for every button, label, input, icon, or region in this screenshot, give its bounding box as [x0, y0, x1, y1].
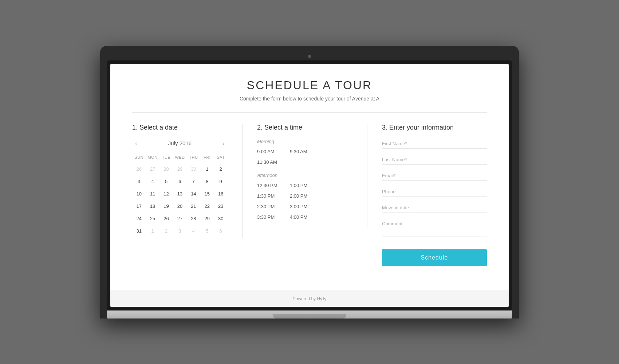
calendar-day[interactable]: 22	[202, 201, 213, 212]
calendar-day[interactable]: 17	[134, 201, 145, 212]
calendar-day: 4	[188, 226, 199, 237]
calendar-day: 28	[161, 164, 172, 175]
calendar-day[interactable]: 1	[202, 164, 213, 175]
calendar-grid: SUN MON TUE WED THU FRI SAT 262728293012…	[132, 154, 228, 237]
screen-bezel: SCHEDULE A TOUR Complete the form below …	[107, 60, 512, 310]
calendar-day[interactable]: 8	[202, 176, 213, 187]
time-slot[interactable]: 1:30 PM	[257, 192, 283, 200]
calendar-day[interactable]: 6	[174, 176, 185, 187]
move-in-date-input[interactable]	[382, 203, 487, 213]
first-name-field	[382, 139, 487, 149]
calendar-week-row: 24252627282930	[132, 213, 228, 224]
camera-bar	[107, 52, 512, 60]
time-slot-row: 9:00 AM9:30 AM	[257, 148, 352, 155]
calendar-week-row: 31123456	[132, 226, 228, 237]
calendar-day[interactable]: 9	[215, 176, 226, 187]
calendar-day[interactable]: 10	[134, 189, 145, 199]
calendar-day: 26	[134, 164, 145, 175]
calendar-day[interactable]: 14	[188, 189, 199, 199]
cal-header-mon: MON	[146, 154, 159, 161]
calendar-day[interactable]: 12	[161, 189, 172, 199]
calendar-day[interactable]: 5	[161, 176, 172, 187]
calendar-prev-button[interactable]: ‹	[132, 139, 140, 148]
calendar-day[interactable]: 7	[188, 176, 199, 187]
time-slot-row: 3:30 PM4:00 PM	[257, 213, 352, 221]
calendar-day[interactable]: 15	[202, 189, 213, 199]
app-content: SCHEDULE A TOUR Complete the form below …	[110, 64, 509, 290]
page-header: SCHEDULE A TOUR Complete the form below …	[132, 79, 487, 102]
calendar-day[interactable]: 2	[215, 164, 226, 175]
calendar-day[interactable]: 4	[147, 176, 158, 187]
calendar-day: 6	[215, 226, 226, 237]
phone-field	[382, 187, 487, 197]
calendar-day[interactable]: 21	[188, 201, 199, 212]
page-title: SCHEDULE A TOUR	[132, 79, 487, 92]
comment-input[interactable]	[382, 219, 487, 237]
time-slot[interactable]: 4:00 PM	[290, 213, 315, 221]
time-slot[interactable]: 11:30 AM	[257, 158, 283, 166]
phone-input[interactable]	[382, 187, 487, 197]
calendar-day[interactable]: 13	[174, 189, 185, 199]
time-slot-row: 1:30 PM2:00 PM	[257, 192, 352, 200]
calendar-day[interactable]: 11	[147, 189, 158, 199]
cal-header-fri: FRI	[200, 154, 214, 161]
calendar-day[interactable]: 3	[134, 176, 145, 187]
comment-field	[382, 219, 487, 238]
time-slot-row: 2:30 PM3:00 PM	[257, 203, 352, 210]
cal-header-sat: SAT	[214, 154, 228, 161]
calendar-day[interactable]: 19	[161, 201, 172, 212]
calendar-day[interactable]: 30	[215, 213, 226, 224]
time-slot-row: 11:30 AM	[257, 158, 352, 166]
calendar-day[interactable]: 20	[174, 201, 185, 212]
calendar-nav: ‹ July 2016 ›	[132, 139, 228, 148]
time-slot[interactable]: 9:30 AM	[290, 148, 315, 155]
app-footer: Powered by Hy.ly	[110, 290, 509, 307]
calendar-week-row: 262728293012	[132, 164, 228, 175]
first-name-input[interactable]	[382, 139, 487, 149]
calendar-day: 30	[188, 164, 199, 175]
time-slot[interactable]: 2:00 PM	[290, 192, 315, 200]
calendar-day[interactable]: 31	[134, 226, 145, 237]
calendar-day[interactable]: 25	[147, 213, 158, 224]
schedule-button[interactable]: Schedule	[382, 249, 487, 266]
laptop-shell: SCHEDULE A TOUR Complete the form below …	[100, 46, 519, 318]
time-slot[interactable]: 12:30 PM	[257, 182, 283, 189]
section-info: 3. Enter your information	[367, 124, 487, 266]
afternoon-section: Afternoon 12:30 PM1:00 PM1:30 PM2:00 PM2…	[257, 173, 352, 221]
calendar-day[interactable]: 27	[174, 213, 185, 224]
calendar-day: 29	[174, 164, 185, 175]
time-slot[interactable]: 3:30 PM	[257, 213, 283, 221]
calendar-day: 27	[147, 164, 158, 175]
cal-header-tue: TUE	[159, 154, 173, 161]
section-time-heading: 2. Select a time	[257, 124, 352, 131]
calendar-day: 5	[202, 226, 213, 237]
section-info-heading: 3. Enter your information	[382, 124, 487, 131]
calendar-day: 1	[147, 226, 158, 237]
calendar-day[interactable]: 24	[134, 213, 145, 224]
calendar-day[interactable]: 16	[215, 189, 226, 199]
morning-section: Morning 9:00 AM9:30 AM11:30 AM	[257, 139, 352, 166]
email-field	[382, 171, 487, 181]
time-slot[interactable]: 2:30 PM	[257, 203, 283, 210]
cal-header-thu: THU	[187, 154, 200, 161]
morning-label: Morning	[257, 139, 352, 144]
calendar-next-button[interactable]: ›	[220, 139, 228, 148]
calendar-day[interactable]: 26	[161, 213, 172, 224]
time-slot[interactable]: 9:00 AM	[257, 148, 283, 155]
calendar-header-row: SUN MON TUE WED THU FRI SAT	[132, 154, 228, 161]
calendar-month-year: July 2016	[168, 140, 192, 146]
page-subtitle: Complete the form below to schedule your…	[132, 96, 487, 102]
morning-slots: 9:00 AM9:30 AM11:30 AM	[257, 148, 352, 166]
move-in-date-field	[382, 203, 487, 213]
calendar-day[interactable]: 29	[202, 213, 213, 224]
calendar-day[interactable]: 23	[215, 201, 226, 212]
last-name-input[interactable]	[382, 155, 487, 165]
time-slot[interactable]: 3:00 PM	[290, 203, 315, 210]
email-input[interactable]	[382, 171, 487, 181]
sections-container: 1. Select a date ‹ July 2016 › SUN MON	[132, 124, 487, 266]
section-time: 2. Select a time Morning 9:00 AM9:30 AM1…	[243, 124, 367, 228]
time-slot[interactable]: 1:00 PM	[290, 182, 315, 189]
calendar-day[interactable]: 28	[188, 213, 199, 224]
calendar-day[interactable]: 18	[147, 201, 158, 212]
screen: SCHEDULE A TOUR Complete the form below …	[110, 64, 509, 307]
